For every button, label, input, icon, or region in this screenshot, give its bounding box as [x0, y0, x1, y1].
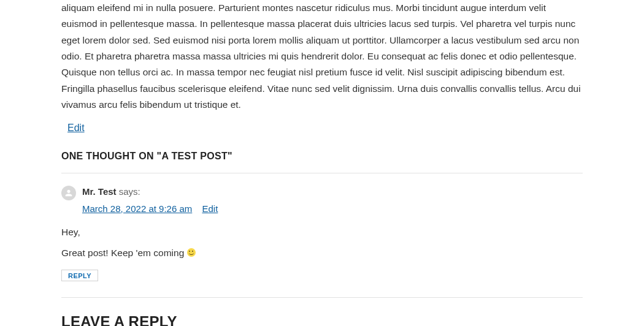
comments-title: ONE THOUGHT ON "A TEST POST"	[61, 148, 583, 164]
comment-item: Mr. Test says: March 28, 2022 at 9:26 am…	[61, 184, 583, 216]
leave-reply-heading: LEAVE A REPLY	[61, 310, 583, 326]
comment-body-line2: Great post! Keep 'em coming	[61, 246, 583, 261]
comment-says: says:	[119, 186, 140, 197]
divider	[61, 173, 583, 173]
smile-emoji-icon	[187, 248, 196, 257]
divider	[61, 297, 583, 298]
user-icon	[64, 188, 74, 198]
comment-author: Mr. Test	[82, 186, 117, 197]
comment-body-line2-text: Great post! Keep 'em coming	[61, 248, 187, 258]
comments-title-suffix: "	[228, 151, 232, 161]
comment-body-line1: Hey,	[61, 225, 583, 240]
comment-edit-link[interactable]: Edit	[202, 203, 218, 214]
reply-button[interactable]: REPLY	[61, 270, 98, 281]
avatar	[61, 186, 76, 200]
comment-author-line: Mr. Test says:	[82, 184, 218, 199]
post-edit-link[interactable]: Edit	[67, 123, 85, 133]
post-body-excerpt: aliquam eleifend mi in nulla posuere. Pa…	[61, 0, 583, 113]
comments-title-post: A TEST POST	[162, 151, 228, 161]
comment-date-link[interactable]: March 28, 2022 at 9:26 am	[82, 203, 192, 214]
comments-title-prefix: ONE THOUGHT ON "	[61, 151, 162, 161]
comment-body: Hey, Great post! Keep 'em coming	[61, 225, 583, 262]
